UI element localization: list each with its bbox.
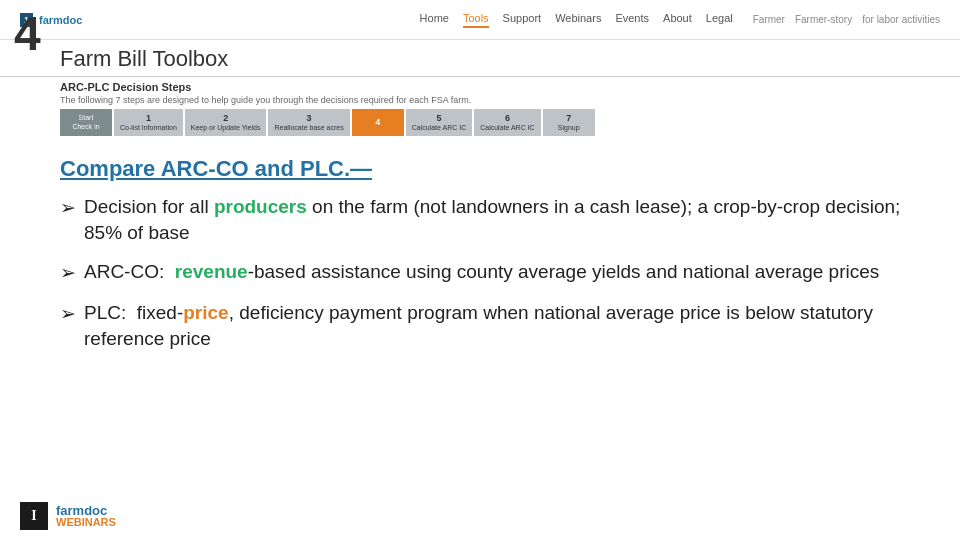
title-area: Farm Bill Toolbox <box>0 40 960 77</box>
section-heading: Compare ARC-CO and PLC.— <box>60 156 930 182</box>
nav-links: Home Tools Support Webinars Events About… <box>420 12 733 28</box>
slide-number: 4 <box>14 10 41 58</box>
step-2: 2 Keep or Update Yields <box>185 109 267 136</box>
nav-labor[interactable]: for labor activities <box>862 14 940 25</box>
nav-support[interactable]: Support <box>503 12 542 28</box>
step-6: 6 Calculate ARC IC <box>474 109 540 136</box>
nav-tools[interactable]: Tools <box>463 12 489 28</box>
highlight-producers: producers <box>214 196 307 217</box>
nav-bar: 1 farmdoc Home Tools Support Webinars Ev… <box>0 0 960 40</box>
steps-section: ARC-PLC Decision Steps The following 7 s… <box>0 77 960 142</box>
nav-farmer-story[interactable]: Farmer-story <box>795 14 852 25</box>
brand-name: farmdoc <box>39 14 82 26</box>
nav-links-right: Farmer Farmer-story for labor activities <box>753 14 940 25</box>
bullet-arrow-3: ➢ <box>60 301 76 327</box>
bullet-1: ➢ Decision for all producers on the farm… <box>60 194 930 245</box>
steps-row: Start Check in 1 Co-list Information 2 K… <box>60 109 940 136</box>
bullet-2: ➢ ARC-CO: revenue-based assistance using… <box>60 259 930 286</box>
step-4: 4 <box>352 109 404 136</box>
bullet-text-2: ARC-CO: revenue-based assistance using c… <box>84 259 879 285</box>
main-content: Compare ARC-CO and PLC.— ➢ Decision for … <box>0 142 960 375</box>
footer-logo-box: I <box>20 502 48 530</box>
step-5: 5 Calculate ARC IC <box>406 109 472 136</box>
step-3: 3 Reallocate base acres <box>268 109 349 136</box>
steps-title: ARC-PLC Decision Steps <box>60 81 940 93</box>
nav-events[interactable]: Events <box>615 12 649 28</box>
nav-farmer[interactable]: Farmer <box>753 14 785 25</box>
nav-legal[interactable]: Legal <box>706 12 733 28</box>
nav-home[interactable]: Home <box>420 12 449 28</box>
footer: I farmdoc WEBINARS <box>20 502 116 530</box>
highlight-revenue: revenue <box>175 261 248 282</box>
nav-about[interactable]: About <box>663 12 692 28</box>
step-7: 7 Signup <box>543 109 595 136</box>
bullet-arrow-1: ➢ <box>60 195 76 221</box>
steps-subtitle: The following 7 steps are designed to he… <box>60 95 940 105</box>
highlight-price: price <box>183 302 228 323</box>
footer-text-group: farmdoc WEBINARS <box>56 504 116 528</box>
nav-webinars[interactable]: Webinars <box>555 12 601 28</box>
footer-product: WEBINARS <box>56 517 116 528</box>
step-1: 1 Co-list Information <box>114 109 183 136</box>
step-start: Start Check in <box>60 109 112 136</box>
bullet-arrow-2: ➢ <box>60 260 76 286</box>
bullet-text-3: PLC: fixed-price, deficiency payment pro… <box>84 300 930 351</box>
page-title: Farm Bill Toolbox <box>60 46 228 72</box>
bullet-text-1: Decision for all producers on the farm (… <box>84 194 930 245</box>
bullet-3: ➢ PLC: fixed-price, deficiency payment p… <box>60 300 930 351</box>
